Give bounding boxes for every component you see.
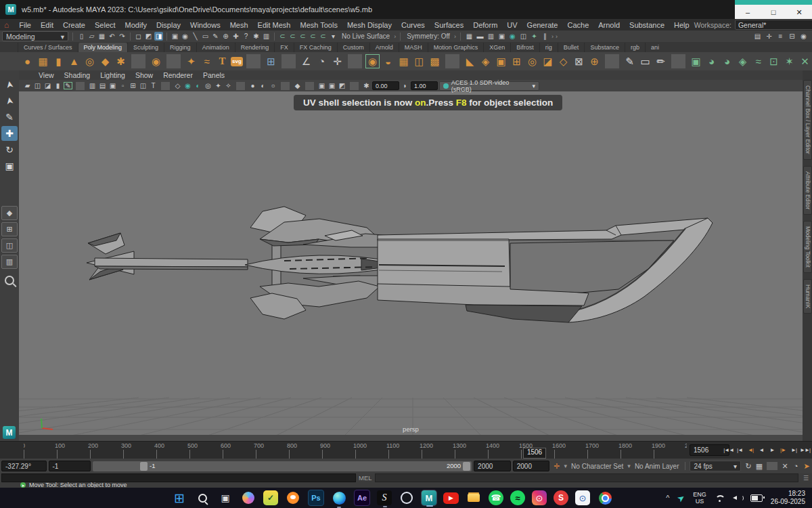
shelf-tool-icon[interactable]: ● (20, 54, 35, 68)
shelf-tool-icon[interactable]: ✶ (782, 54, 796, 68)
gamma-field[interactable]: 1.00 (411, 81, 438, 90)
status-icon[interactable]: ✎ (211, 32, 220, 41)
timeline-ticks[interactable]: 0 100 200 300 400 500 600 700 800 900 10… (24, 442, 687, 459)
range-start-handle[interactable] (140, 462, 148, 471)
volume-icon[interactable] (733, 494, 742, 502)
menu-item[interactable]: Mesh Tools (296, 21, 342, 29)
shelf-tool-icon[interactable]: ▩ (428, 54, 442, 68)
fps-dropdown[interactable]: 24 fps ▾ (690, 461, 741, 471)
status-icon[interactable]: ◩ (144, 32, 153, 41)
panel-toolbar-icon[interactable]: ◇ (173, 82, 182, 89)
shelf-tab[interactable]: Poly Modeling (78, 43, 128, 52)
status-icon[interactable] (166, 33, 167, 41)
workspace-dropdown[interactable]: General* ▾ (735, 20, 812, 30)
menu-item[interactable]: Help (669, 21, 694, 29)
symmetry-field[interactable]: Symmetry: Off (405, 33, 452, 40)
status-icon[interactable]: ▾ (329, 32, 338, 41)
scale-tool[interactable]: ▣ (1, 158, 18, 173)
panel-toolbar-icon[interactable]: ◐ (258, 82, 267, 89)
status-icon[interactable]: ↷ (118, 32, 127, 41)
collapse-arrow-icon[interactable]: › (556, 33, 558, 40)
menu-item[interactable]: Display (152, 21, 185, 29)
move-tool[interactable]: ✚ (1, 126, 18, 141)
layout-button[interactable]: ◫ (1, 238, 18, 253)
anim-pref-icon[interactable]: ✕ (780, 462, 790, 471)
panel-toolbar-icon[interactable] (236, 82, 245, 90)
layout-button[interactable]: ◆ (1, 206, 18, 220)
shelf-tab[interactable]: Motion Graphics (428, 43, 484, 52)
range-end-field[interactable]: 2000 (474, 461, 511, 471)
menu-item[interactable]: Windows (185, 21, 225, 29)
shelf-tool-icon[interactable]: ▣ (494, 54, 508, 68)
status-icon[interactable]: ↶ (108, 32, 116, 41)
shelf-tab[interactable]: Bullet (558, 43, 585, 52)
menu-item[interactable]: Surfaces (430, 21, 468, 29)
time-slider[interactable]: 0 100 200 300 400 500 600 700 800 900 10… (0, 441, 812, 459)
render-icon[interactable]: ◉ (508, 32, 517, 41)
panel-toolbar-icon[interactable]: ● (248, 82, 257, 89)
sidebar-toggle-icon[interactable]: ⊟ (788, 32, 796, 41)
shelf-tool-icon[interactable]: ◎ (83, 54, 97, 68)
panel-toolbar-icon[interactable]: ○ (269, 82, 277, 89)
shelf-tool-icon[interactable]: ⊠ (572, 54, 586, 68)
colorspace-dropdown[interactable]: ACES 1.0 SDR-video (sRGB) ▾ (439, 81, 539, 91)
instagram-app[interactable]: ⊙ (532, 490, 547, 505)
render-icon[interactable]: ▣ (497, 32, 506, 41)
panel-toolbar-icon[interactable]: ▰ (23, 82, 32, 89)
render-icon[interactable]: ▥ (487, 32, 495, 41)
home-icon[interactable]: ⌂ (4, 20, 9, 30)
shelf-tool-icon[interactable] (348, 54, 362, 68)
panel-menu-item[interactable]: Show (131, 71, 158, 79)
maya-app[interactable]: M (422, 490, 436, 505)
playback-button[interactable]: ◄| (745, 444, 756, 456)
status-icon[interactable]: ✱ (252, 32, 261, 41)
collapse-arrow-icon[interactable]: › (551, 33, 554, 40)
playback-button[interactable]: |◄ (734, 444, 745, 456)
panel-toolbar-icon[interactable]: ◫ (33, 82, 42, 89)
tray-expand-icon[interactable]: ^ (666, 494, 669, 502)
menu-item[interactable]: Edit (36, 21, 58, 29)
anim-pref-icon[interactable]: ◔ (790, 462, 801, 470)
shelf-tab[interactable]: FX (274, 43, 294, 52)
layout-button[interactable]: ▥ (1, 255, 18, 269)
anim-pref-icon[interactable]: ▦ (754, 462, 765, 471)
shelf-tool-icon[interactable]: ∠ (299, 54, 313, 68)
menu-item[interactable]: Arnold (593, 21, 625, 29)
menu-item[interactable]: Select (90, 21, 120, 29)
status-icon[interactable]: ▣ (171, 32, 179, 41)
shelf-tool-icon[interactable]: ◕ (704, 54, 719, 68)
shelf-tool-icon[interactable]: ✛ (330, 54, 344, 68)
tray-app-icon[interactable]: ➤ (675, 492, 687, 505)
render-icon[interactable]: ▦ (465, 32, 474, 41)
shelf-tab[interactable]: Sculpting (127, 43, 164, 52)
shelf-tool-icon[interactable]: ▦ (397, 54, 411, 68)
sidebar-tab[interactable]: Attribute Editor (803, 166, 812, 215)
anim-pref-icon[interactable] (767, 462, 777, 470)
panel-toolbar-icon[interactable]: ▣ (317, 82, 326, 89)
collapse-arrow-icon[interactable]: › (394, 33, 396, 40)
status-icon[interactable]: ▦ (97, 32, 106, 41)
photoshop-app[interactable]: Ps (308, 490, 324, 506)
panel-toolbar-icon[interactable]: ◉ (183, 82, 192, 89)
shelf-tool-icon[interactable]: ⊕ (587, 54, 602, 68)
character-set-dropdown[interactable]: No Character Set (569, 463, 625, 470)
panel-menu-item[interactable]: Renderer (158, 71, 198, 79)
menu-item[interactable]: Create (58, 21, 90, 29)
panel-toolbar-icon[interactable]: ◫ (139, 82, 148, 89)
render-icon[interactable]: ✦ (530, 32, 539, 41)
panel-toolbar-icon[interactable]: ✱ (362, 82, 371, 89)
panel-toolbar-icon[interactable]: T (149, 82, 158, 89)
panel-toolbar-icon[interactable] (281, 82, 290, 90)
menu-item[interactable]: Mesh Display (342, 21, 397, 29)
playback-button[interactable]: ◄ (756, 444, 767, 456)
panel-menu-item[interactable]: Lighting (95, 71, 130, 79)
panel-toolbar-icon[interactable]: ◆ (293, 82, 302, 89)
viewport-panel[interactable]: ViewShadingLightingShowRendererPanels ▰◫… (19, 70, 803, 441)
shelf-tool-icon[interactable]: ◉ (149, 54, 163, 68)
shelf-tool-icon[interactable] (246, 54, 261, 68)
shelf-tab[interactable]: Animation (196, 43, 235, 52)
layout-button[interactable]: ⊞ (1, 222, 18, 236)
status-icon[interactable]: ✚ (231, 32, 240, 41)
shelf-tool-icon[interactable]: ≈ (200, 54, 214, 68)
panel-toolbar-icon[interactable] (161, 82, 170, 90)
